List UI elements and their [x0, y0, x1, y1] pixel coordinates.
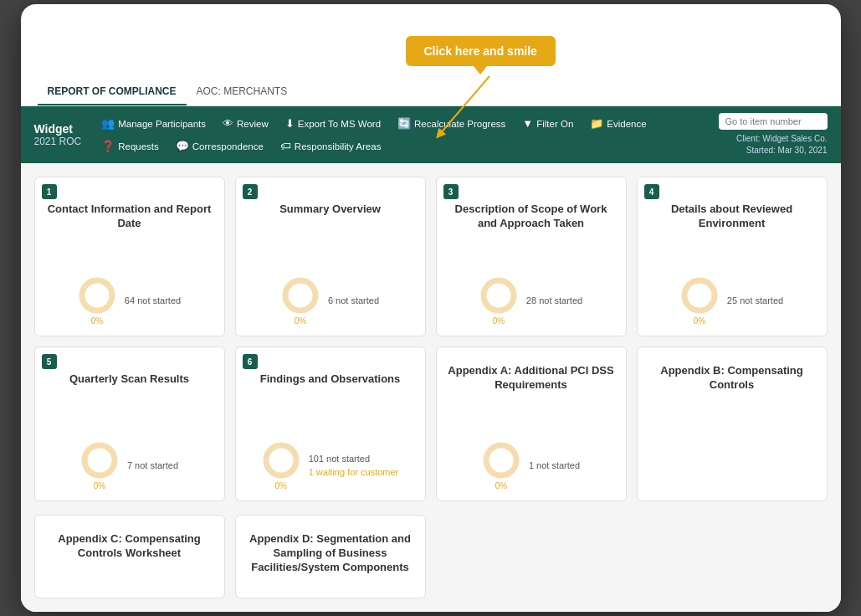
manage-participants-label: Manage Participants [118, 119, 206, 129]
responsibility-icon: 🏷 [280, 140, 291, 152]
bottom-grid: Appendix C: Compensating Controls Worksh… [21, 515, 841, 612]
card-4-progress: 0% 25 not started [680, 276, 783, 326]
correspondence-icon: 💬 [176, 140, 189, 152]
card-9[interactable]: Appendix C: Compensating Controls Worksh… [34, 515, 225, 598]
export-button[interactable]: ⬇ Export To MS Word [279, 114, 387, 133]
card-5[interactable]: 5 Quarterly Scan Results 0% 7 not starte… [34, 346, 225, 501]
card-1-pct: 0% [91, 316, 103, 326]
card-2-title: Summary Overview [279, 203, 381, 217]
requests-icon: ❓ [101, 140, 115, 152]
card-6-pct: 0% [274, 481, 286, 490]
card-7-pct: 0% [495, 481, 507, 490]
manage-participants-button[interactable]: 👥 Manage Participants [95, 114, 213, 133]
card-5-title: Quarterly Scan Results [69, 372, 189, 387]
toolbar-right: Client: Widget Sales Co. Started: Mar 30… [719, 113, 828, 157]
card-6[interactable]: 6 Findings and Observations 0% 101 not s… [235, 346, 426, 501]
card-3-status: 28 not started [526, 295, 582, 307]
requests-button[interactable]: ❓ Requests [95, 136, 166, 156]
toolbar-brand: Widget 2021 ROC [34, 122, 82, 147]
card-7-status: 1 not started [529, 459, 580, 472]
review-button[interactable]: 👁 Review [216, 114, 275, 133]
card-4-donut [680, 276, 719, 315]
toolbar-title: Widget [34, 122, 82, 136]
card-6-waiting: 1 waiting for customer [309, 466, 399, 479]
card-8[interactable]: Appendix B: Compensating Controls [637, 346, 828, 501]
card-1-badge: 1 [42, 184, 57, 199]
review-icon: 👁 [223, 117, 233, 130]
recalculate-icon: 🔄 [397, 117, 411, 130]
card-1-donut-wrap: 0% [78, 276, 116, 326]
card-4-donut-wrap: 0% [680, 276, 719, 326]
card-5-badge: 5 [42, 354, 57, 369]
card-7-progress: 0% 1 not started [482, 441, 580, 490]
card-5-progress: 0% 7 not started [80, 441, 178, 490]
card-1-status: 64 not started [125, 295, 181, 307]
card-6-donut [262, 441, 300, 480]
correspondence-label: Correspondence [192, 141, 264, 151]
tab-aoc[interactable]: AOC: MERCHANTS [187, 79, 298, 105]
card-10[interactable]: Appendix D: Segmentation and Sampling of… [235, 515, 426, 598]
card-2-pct: 0% [295, 316, 306, 326]
card-1-title: Contact Information and Report Date [45, 203, 214, 231]
card-2-badge: 2 [243, 184, 258, 199]
device-frame: Click here and smile REPORT OF COMPLIANC… [21, 4, 841, 612]
card-2[interactable]: 2 Summary Overview 0% 6 not started [235, 177, 426, 336]
card-7-title: Appendix A: Additional PCI DSS Requireme… [447, 364, 616, 393]
card-4-status: 25 not started [727, 295, 783, 307]
card-8-title: Appendix B: Compensating Controls [648, 364, 817, 393]
evidence-icon: 📁 [590, 117, 603, 130]
card-6-status: 101 not started 1 waiting for customer [309, 453, 399, 479]
card-4-pct: 0% [694, 316, 705, 326]
card-1[interactable]: 1 Contact Information and Report Date 0%… [34, 177, 225, 336]
svg-point-4 [684, 280, 715, 311]
tab-roc[interactable]: REPORT OF COMPLIANCE [38, 79, 187, 105]
tooltip-arrow [423, 76, 590, 143]
card-6-not-started: 101 not started [309, 453, 399, 465]
card-3-title: Description of Scope of Work and Approac… [447, 203, 616, 231]
evidence-label: Evidence [607, 119, 646, 129]
card-3-not-started: 28 not started [526, 295, 582, 305]
export-label: Export To MS Word [298, 119, 381, 129]
card-4[interactable]: 4 Details about Reviewed Environment 0% … [637, 177, 828, 336]
card-1-progress: 0% 64 not started [78, 276, 181, 326]
card-5-donut-wrap: 0% [80, 441, 119, 490]
card-6-progress: 0% 101 not started 1 waiting for custome… [262, 441, 399, 490]
card-6-title: Findings and Observations [260, 372, 401, 387]
card-3-pct: 0% [493, 316, 505, 326]
card-3[interactable]: 3 Description of Scope of Work and Appro… [436, 177, 627, 336]
card-7-not-started: 1 not started [529, 460, 580, 470]
card-5-pct: 0% [94, 481, 105, 490]
manage-participants-icon: 👥 [101, 117, 115, 130]
card-6-badge: 6 [243, 354, 258, 369]
card-6-donut-wrap: 0% [262, 441, 300, 490]
card-2-donut-wrap: 0% [281, 276, 320, 326]
responsibility-button[interactable]: 🏷 Responsibility Areas [274, 136, 388, 156]
card-2-donut [281, 276, 320, 315]
svg-point-5 [85, 445, 115, 475]
evidence-button[interactable]: 📁 Evidence [583, 114, 653, 133]
toolbar-subtitle: 2021 ROC [34, 136, 82, 147]
tooltip-box[interactable]: Click here and smile [406, 36, 556, 66]
card-9-title: Appendix C: Compensating Controls Worksh… [45, 532, 214, 561]
card-5-donut [80, 441, 119, 480]
responsibility-label: Responsibility Areas [295, 141, 382, 151]
correspondence-button[interactable]: 💬 Correspondence [169, 136, 270, 156]
toolbar-actions: 👥 Manage Participants 👁 Review ⬇ Export … [95, 114, 713, 156]
go-to-input[interactable] [719, 113, 828, 130]
card-1-not-started: 64 not started [125, 295, 181, 305]
card-10-title: Appendix D: Segmentation and Sampling of… [246, 532, 415, 575]
card-2-not-started: 6 not started [328, 295, 379, 305]
card-2-status: 6 not started [328, 295, 379, 307]
card-7[interactable]: Appendix A: Additional PCI DSS Requireme… [436, 346, 627, 501]
export-icon: ⬇ [285, 117, 295, 130]
card-7-donut-wrap: 0% [482, 441, 520, 490]
card-7-donut [482, 441, 520, 480]
card-3-donut [479, 276, 518, 315]
svg-line-0 [439, 76, 489, 135]
card-4-title: Details about Reviewed Environment [648, 203, 817, 231]
review-label: Review [237, 119, 269, 129]
card-3-donut-wrap: 0% [479, 276, 518, 326]
tooltip-container: Click here and smile [406, 36, 556, 66]
main-grid: 1 Contact Information and Report Date 0%… [21, 163, 841, 515]
card-3-badge: 3 [443, 184, 459, 199]
